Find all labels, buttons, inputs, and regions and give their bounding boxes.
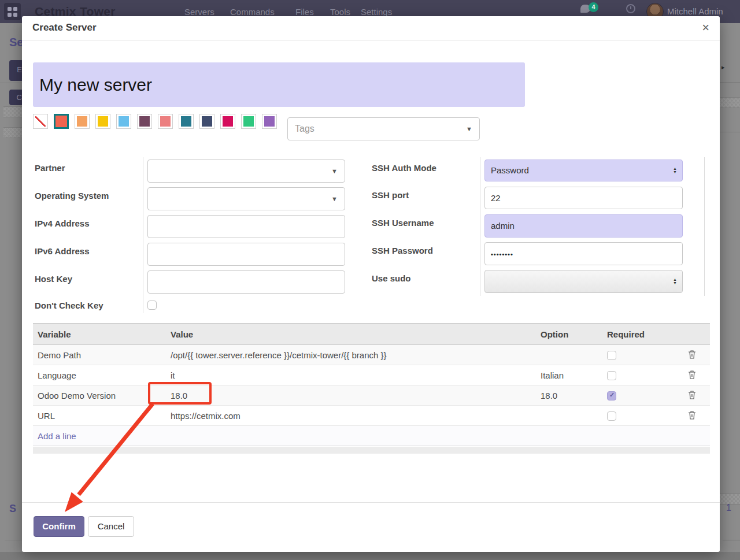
apps-menu-icon[interactable] [4,3,21,20]
delete-row-icon[interactable] [688,410,696,421]
ipv6-input[interactable] [147,243,345,266]
col-option[interactable]: Option [536,324,602,345]
label-operating-system: Operating System [35,191,109,201]
server-name-input[interactable]: My new server [33,62,525,107]
tags-select[interactable]: Tags ▼ [287,117,480,140]
nav-commands[interactable]: Commands [230,7,275,17]
label-ipv4: IPv4 Address [35,218,90,228]
color-swatch-violet[interactable] [262,114,277,129]
ssh-username-input[interactable]: admin [484,214,683,238]
message-count-badge: 4 [589,2,598,12]
ssh-port-input[interactable]: 22 [484,187,683,209]
table-header-row: Variable Value Option Required [33,324,710,345]
table-footer-strip [33,447,710,454]
delete-row-icon[interactable] [688,370,696,381]
label-ssh-auth-mode: SSH Auth Mode [372,163,436,173]
color-swatch-none[interactable] [33,114,48,129]
modal-header: Create Server × [22,16,720,40]
form-separator-right [480,157,480,296]
label-ssh-username: SSH Username [372,218,434,228]
select-spinner-icon: ▲▼ [673,160,677,181]
dont-check-key-checkbox[interactable] [147,301,157,310]
color-swatch-darkpurple[interactable] [137,114,152,129]
color-swatch-red-selected[interactable] [54,114,69,129]
delete-row-icon[interactable] [688,390,696,401]
footer-divider [22,502,720,503]
delete-row-icon[interactable] [688,350,696,361]
nav-files[interactable]: Files [295,7,314,17]
partner-select[interactable]: ▼ [147,160,345,183]
confirm-button[interactable]: Confirm [34,516,84,537]
chevron-down-icon: ▼ [331,160,338,182]
select-spinner-icon: ▲▼ [673,270,677,292]
close-icon[interactable]: × [702,20,709,35]
modal-title: Create Server [32,22,97,34]
color-swatch-lightblue[interactable] [116,114,131,129]
table-row[interactable]: URL https://cetmix.com [33,406,710,426]
operating-system-select[interactable]: ▼ [147,187,345,210]
label-use-sudo: Use sudo [372,273,411,283]
nav-tools[interactable]: Tools [330,7,350,17]
cancel-button[interactable]: Cancel [88,516,134,537]
create-server-modal: Create Server × My new server Tags ▼ Par… [22,16,720,552]
color-swatch-salmon[interactable] [158,114,173,129]
label-host-key: Host Key [35,274,72,284]
table-row[interactable]: Odoo Demo Version 18.0 18.0 [33,385,710,406]
required-checkbox[interactable] [607,371,616,380]
use-sudo-select[interactable]: ▲▼ [484,270,683,293]
background-bottom-strip [0,552,740,560]
background-page-title-fragment: Se [9,36,23,49]
form-separator-left [143,157,143,313]
ipv4-input[interactable] [147,215,345,238]
user-name[interactable]: Mitchell Admin [667,6,723,16]
color-swatch-orange[interactable] [75,114,90,129]
required-checkbox-checked[interactable] [607,391,616,400]
ssh-auth-mode-select[interactable]: Password ▲▼ [484,160,683,181]
background-footer-fragment: S [9,503,16,515]
label-ipv6: IPv6 Address [35,246,90,256]
tags-placeholder: Tags [295,124,314,133]
required-checkbox[interactable] [607,351,616,360]
label-partner: Partner [35,163,65,173]
ssh-password-input[interactable]: •••••••• [484,242,683,265]
label-ssh-port: SSH port [372,190,409,200]
add-a-line-row: Add a line [33,426,710,446]
chevron-down-icon: ▼ [331,188,338,210]
col-actions [683,324,710,345]
col-required[interactable]: Required [602,324,683,345]
color-swatch-green[interactable] [241,114,256,129]
col-variable[interactable]: Variable [33,324,166,345]
form-separator-far-right [704,157,705,296]
color-swatch-cyan[interactable] [179,114,194,129]
color-swatch-magenta[interactable] [220,114,235,129]
background-hatch-left-2 [3,127,22,138]
add-a-line-link[interactable]: Add a line [33,426,710,446]
background-pager-fragment: 1 [726,503,731,513]
chevron-down-icon: ▼ [466,118,472,140]
background-hatch-right-1 [720,97,740,108]
color-swatch-navy[interactable] [199,114,214,129]
label-dont-check-key: Don't Check Key [35,301,103,310]
background-caret-fragment: ▸ [722,64,725,71]
label-ssh-password: SSH Password [372,246,433,255]
color-swatch-yellow[interactable] [95,114,110,129]
nav-servers[interactable]: Servers [184,7,214,17]
col-value[interactable]: Value [166,324,536,345]
required-checkbox[interactable] [607,411,616,421]
background-hatch-left-1 [3,106,22,117]
variables-table: Variable Value Option Required Demo Path… [33,323,710,446]
activities-icon[interactable] [626,4,635,13]
host-key-input[interactable] [147,270,345,294]
nav-settings[interactable]: Settings [361,7,392,17]
table-row[interactable]: Demo Path /opt/{{ tower.server.reference… [33,345,710,365]
table-row[interactable]: Language it Italian [33,365,710,385]
